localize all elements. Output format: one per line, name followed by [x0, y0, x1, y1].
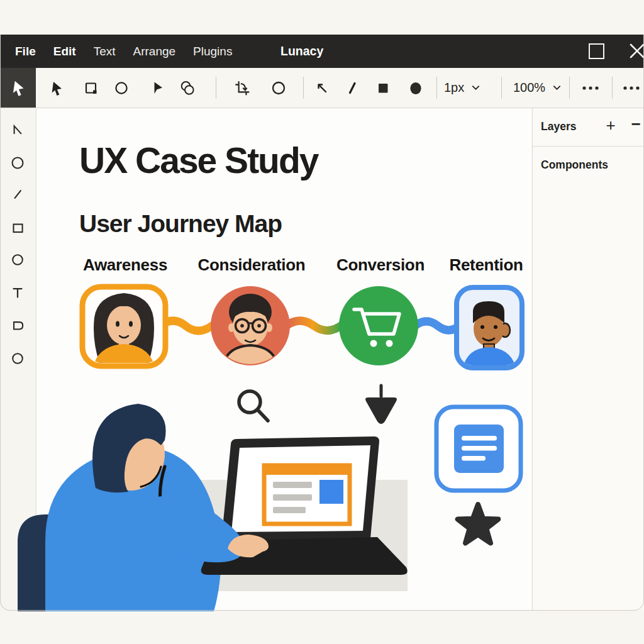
stroke-width-value: 1px — [444, 80, 464, 95]
transform-icon — [233, 79, 252, 97]
side-tool-rectangle[interactable] — [9, 219, 26, 236]
stage-label-consideration[interactable]: Consideration — [198, 255, 306, 275]
awareness-avatar[interactable] — [82, 287, 165, 366]
side-tool-ellipse[interactable] — [9, 154, 26, 172]
toolbar-divider — [569, 77, 570, 99]
menu-arrange[interactable]: Arrange — [124, 45, 184, 58]
connector-conversion-retention — [415, 321, 459, 330]
chevron-down-icon — [552, 83, 562, 92]
component-card-icon[interactable] — [436, 407, 521, 491]
person-at-laptop-illustration[interactable] — [0, 374, 415, 611]
chevron-down-icon — [471, 83, 480, 92]
toolbar-divider — [436, 77, 437, 99]
star-icon[interactable] — [458, 504, 499, 543]
woman-avatar-art — [93, 293, 155, 366]
tool-transform-crop[interactable] — [230, 76, 254, 100]
line-icon — [343, 79, 361, 97]
rectangle-icon — [9, 219, 26, 236]
stage-label-conversion[interactable]: Conversion — [336, 255, 425, 275]
tool-line[interactable] — [340, 76, 364, 100]
filled-ellipse-icon — [407, 79, 425, 97]
ellipse-icon — [9, 252, 26, 268]
menu-text[interactable]: Text — [85, 45, 125, 58]
side-tool-arrow[interactable] — [9, 122, 26, 140]
zoom-dropdown[interactable]: 100% — [513, 68, 562, 108]
circle-icon — [270, 79, 287, 97]
man-glasses-avatar-art — [223, 294, 278, 367]
tool-filled-rectangle[interactable] — [371, 76, 395, 100]
add-layer-button[interactable]: + — [602, 116, 619, 135]
rectangle-icon — [82, 79, 100, 97]
toolbar-divider — [303, 77, 304, 99]
ellipsis-dots-icon — [580, 84, 602, 92]
conversion-cart[interactable] — [339, 286, 418, 365]
app-title: Lunacy — [280, 35, 323, 68]
stage-label-awareness[interactable]: Awareness — [83, 255, 167, 275]
extra-options-button[interactable] — [621, 68, 643, 108]
side-tool-text[interactable] — [9, 284, 26, 301]
toolbar-divider — [612, 77, 613, 99]
side-tool-line[interactable] — [9, 186, 26, 203]
menu-edit[interactable]: Edit — [45, 45, 85, 58]
maximize-button[interactable] — [589, 43, 604, 59]
text-icon — [9, 284, 26, 301]
filled-cursor-icon — [148, 79, 166, 97]
tool-filled-ellipse[interactable] — [404, 76, 428, 100]
line-icon — [9, 186, 26, 203]
canvas-subtitle-text[interactable]: User Journey Map — [79, 210, 282, 238]
side-tool-ellipse-3[interactable] — [9, 350, 26, 367]
ellipse-icon — [9, 155, 26, 171]
connector-consideration-conversion — [286, 321, 343, 331]
stroke-width-dropdown[interactable]: 1px — [444, 68, 480, 108]
zoom-value: 100% — [513, 80, 545, 95]
main-toolbar: 1px 100% — [0, 68, 644, 108]
rounded-rectangle-icon — [9, 317, 26, 333]
retention-avatar[interactable] — [457, 287, 522, 368]
layers-panel: Layers + − Components — [532, 108, 644, 610]
close-button[interactable] — [628, 42, 644, 60]
consideration-avatar[interactable] — [211, 286, 290, 367]
cursor-icon — [9, 79, 28, 97]
components-section-label[interactable]: Components — [541, 158, 608, 172]
menu-items: File Edit Text Arrange Plugins — [6, 35, 241, 68]
menu-plugins[interactable]: Plugins — [184, 45, 241, 58]
journey-map-graphic[interactable] — [63, 277, 541, 380]
toolbar-divider — [501, 77, 502, 99]
filled-square-icon — [374, 79, 392, 97]
arrow-icon — [313, 79, 331, 97]
tool-oval[interactable] — [267, 76, 291, 100]
lunacy-app-window: File Edit Text Arrange Plugins Lunacy — [0, 0, 644, 644]
person-head — [92, 404, 166, 492]
ellipse-icon — [113, 79, 130, 97]
selected-tool-cursor[interactable] — [0, 68, 36, 108]
toolbar-divider — [216, 77, 216, 99]
tool-select-cursor[interactable] — [45, 76, 69, 100]
tool-boolean-circles[interactable] — [175, 76, 199, 100]
tool-vector-cursor[interactable] — [145, 76, 169, 100]
menu-file[interactable]: File — [6, 45, 45, 58]
stage-label-retention[interactable]: Retention — [449, 255, 523, 275]
ellipsis-dots-icon — [621, 84, 643, 92]
remove-layer-button[interactable]: − — [627, 114, 644, 134]
arrow-icon — [9, 123, 26, 139]
cursor-icon — [48, 79, 65, 97]
tool-ellipse[interactable] — [109, 76, 133, 100]
panel-divider — [533, 146, 644, 147]
tool-rectangle[interactable] — [79, 76, 103, 100]
overlapping-circles-icon — [179, 79, 196, 97]
more-options-button[interactable] — [580, 68, 602, 108]
ellipse-icon — [9, 350, 26, 367]
layers-panel-title: Layers — [541, 120, 576, 133]
tool-arrow[interactable] — [310, 76, 334, 100]
canvas-title-text[interactable]: UX Case Study — [79, 140, 318, 181]
side-tool-rounded-rectangle[interactable] — [9, 316, 26, 334]
menu-bar: File Edit Text Arrange Plugins Lunacy — [0, 35, 644, 68]
side-tool-ellipse-2[interactable] — [9, 251, 26, 269]
